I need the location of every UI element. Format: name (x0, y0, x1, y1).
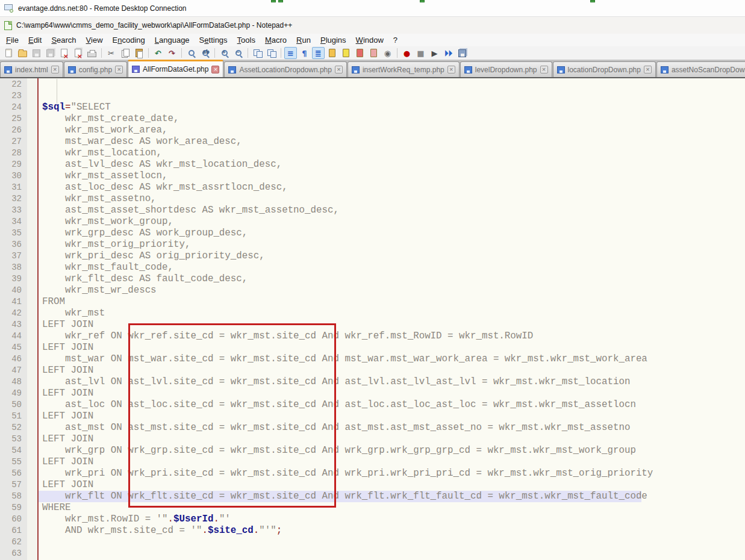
line-number: 38 (0, 262, 27, 273)
menu-edit[interactable]: Edit (23, 34, 46, 46)
code-text: wrk_grp_desc AS work_group_desc, (39, 228, 745, 239)
tab-levelDropdown.php[interactable]: levelDropdown.php× (460, 61, 552, 77)
line-number: 42 (0, 308, 27, 319)
code-area[interactable]: 222324$sql="SELECT25 wkr_mst_create_date… (0, 79, 745, 559)
code-line-62: 62 (0, 537, 745, 548)
menu-window[interactable]: Window (351, 34, 388, 46)
save-all-icon[interactable] (44, 47, 57, 59)
find-icon[interactable] (185, 47, 198, 59)
menu-encoding[interactable]: Encoding (108, 34, 150, 46)
code-line-43: 43LEFT JOIN (0, 319, 745, 331)
replace-icon[interactable]: ab (199, 47, 211, 59)
menu-search[interactable]: Search (46, 34, 81, 46)
close-tab-icon[interactable]: × (447, 66, 455, 73)
code-text: wkr_mst_assetno, (39, 193, 745, 205)
document-list-icon[interactable] (354, 47, 366, 59)
menu-settings[interactable]: Settings (195, 34, 232, 46)
sync-horizontal-scroll-icon[interactable] (265, 47, 278, 59)
menu-run[interactable]: Run (291, 34, 316, 46)
open-folder-icon[interactable] (16, 47, 29, 59)
menu-view[interactable]: View (81, 34, 108, 46)
paste-icon[interactable] (132, 47, 145, 59)
code-text: AND wkr_mst.site_cd = '".$site_cd."'"; (39, 525, 745, 537)
line-number: 24 (0, 102, 27, 113)
undo-icon[interactable]: ↶ (152, 47, 164, 59)
tab-locationDropDown.php[interactable]: locationDropDown.php× (553, 61, 656, 77)
code-text: wkr_mst_location, (39, 148, 745, 159)
tab-label: levelDropdown.php (475, 66, 537, 74)
code-line-46: 46 mst_war ON mst_war.site_cd = wkr_mst.… (0, 353, 745, 365)
redo-icon[interactable]: ↷ (166, 47, 178, 59)
menu-[interactable]: ? (388, 34, 402, 46)
line-number: 29 (0, 159, 27, 170)
function-list-icon[interactable] (340, 47, 352, 59)
macro-play-icon[interactable]: ▶ (428, 47, 441, 59)
code-text: wkr_mst_fault_code, (39, 262, 745, 273)
code-text: LEFT JOIN (39, 411, 745, 422)
rdp-bar-handle (420, 0, 425, 2)
document-switcher-icon[interactable] (367, 47, 380, 59)
word-wrap-icon[interactable]: ≡ (284, 47, 297, 59)
menu-file[interactable]: File (1, 34, 23, 46)
line-number: 45 (0, 342, 27, 353)
line-number: 27 (0, 136, 27, 148)
line-number: 30 (0, 170, 27, 182)
saved-file-icon (661, 66, 669, 73)
saved-file-icon (68, 66, 76, 73)
tab-insertWorkReq_temp.php[interactable]: insertWorkReq_temp.php× (348, 61, 460, 77)
document-map-icon[interactable] (326, 47, 338, 59)
code-line-39: 39 wrk_flt_desc AS fault_code_desc, (0, 273, 745, 285)
close-tab-icon[interactable]: × (540, 66, 548, 73)
line-number: 43 (0, 319, 27, 331)
save-icon[interactable] (30, 47, 43, 59)
menu-language[interactable]: Language (150, 34, 195, 46)
code-line-57: 57LEFT JOIN (0, 479, 745, 491)
code-text: LEFT JOIN (39, 434, 745, 445)
close-tab-icon[interactable]: × (115, 66, 123, 73)
close-icon[interactable] (58, 47, 70, 59)
sync-vertical-scroll-icon[interactable] (251, 47, 264, 59)
code-text: ast_loc_desc AS wkr_mst_assrtlocn_desc, (39, 182, 745, 193)
line-number: 48 (0, 376, 27, 388)
code-text: wkr_mst_create_date, (39, 113, 745, 125)
close-tab-icon[interactable]: × (644, 66, 652, 73)
tab-AssetLocationDropdown.php[interactable]: AssetLocationDropdown.php× (224, 61, 346, 77)
line-number: 49 (0, 388, 27, 399)
print-icon[interactable] (86, 47, 98, 59)
menu-macro[interactable]: Macro (260, 34, 291, 46)
macro-save-icon[interactable] (456, 47, 469, 59)
code-line-33: 33 ast_mst_asset_shortdesc AS wkr_mst_as… (0, 205, 745, 216)
show-all-characters-icon[interactable]: ¶ (298, 47, 311, 59)
close-tab-icon[interactable]: × (51, 66, 59, 73)
editor[interactable]: 222324$sql="SELECT25 wkr_mst_create_date… (0, 78, 745, 560)
tab-assetNoScanDropDown.php[interactable]: assetNoScanDropDown.php× (656, 61, 745, 77)
toolbar-separator (248, 48, 248, 58)
zoom-in-icon[interactable]: + (218, 47, 231, 59)
copy-icon[interactable] (119, 47, 131, 59)
menu-tools[interactable]: Tools (232, 34, 260, 46)
macro-run-multiple-icon[interactable]: ⏵⏵ (442, 47, 455, 59)
code-line-37: 37 wrk_pri_desc AS orig_priority_desc, (0, 250, 745, 262)
line-number: 28 (0, 148, 27, 159)
close-tab-icon[interactable]: × (211, 66, 219, 73)
indent-guide-icon[interactable]: ≣ (312, 47, 325, 59)
new-file-icon[interactable] (2, 47, 15, 59)
tab-AllFormDataGet.php[interactable]: AllFormDataGet.php× (128, 60, 223, 77)
rdp-title: evantage.ddns.net:80 - Remote Desktop Co… (18, 4, 187, 13)
menu-plugins[interactable]: Plugins (316, 34, 351, 46)
code-text: LEFT JOIN (39, 456, 745, 468)
line-number: 62 (0, 537, 27, 548)
code-line-48: 48 ast_lvl ON ast_lvl.site_cd = wkr_mst.… (0, 376, 745, 388)
cut-icon[interactable]: ✂ (105, 47, 117, 59)
tab-config.php[interactable]: config.php× (64, 61, 127, 77)
saved-file-icon (132, 66, 140, 73)
zoom-out-icon[interactable]: − (232, 47, 245, 59)
line-number: 32 (0, 193, 27, 205)
tab-index.html[interactable]: index.html× (0, 61, 63, 77)
macro-record-icon[interactable]: ● (401, 47, 413, 59)
monitoring-eye-icon[interactable]: ◉ (381, 47, 394, 59)
saved-file-icon (352, 66, 360, 73)
macro-stop-icon[interactable]: ■ (414, 47, 427, 59)
close-all-icon[interactable] (72, 47, 84, 59)
close-tab-icon[interactable]: × (335, 66, 343, 73)
